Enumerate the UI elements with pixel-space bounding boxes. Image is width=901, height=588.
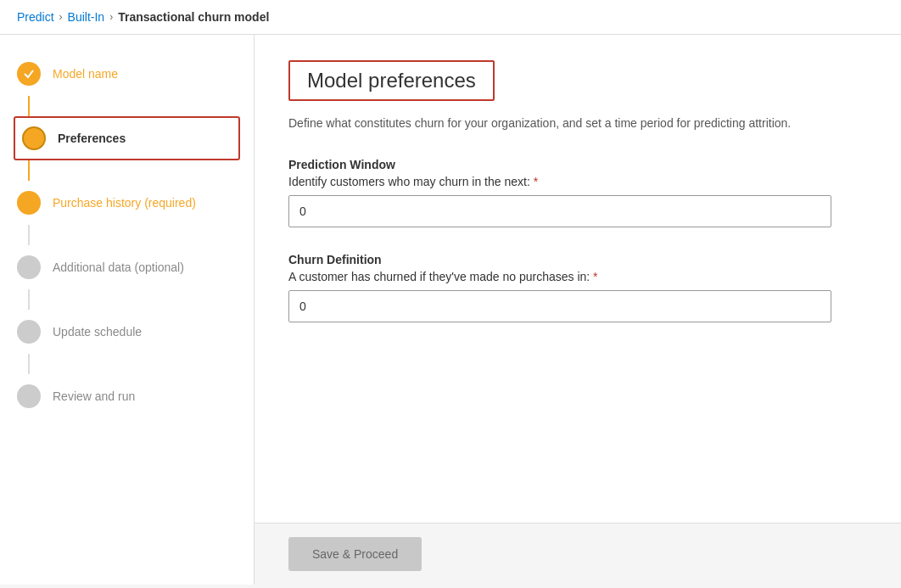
sidebar-label-review-run: Review and run: [53, 389, 135, 403]
churn-definition-label: A customer has churned if they've made n…: [288, 270, 867, 283]
step-indicator-purchase-history: [17, 191, 41, 215]
page-title: Model preferences: [307, 69, 476, 92]
breadcrumb-builtin[interactable]: Built-In: [68, 10, 105, 24]
step-indicator-model-name: [17, 62, 41, 86]
connector-4: [28, 289, 30, 310]
sidebar-label-purchase-history: Purchase history (required): [53, 196, 196, 210]
connector-3: [28, 225, 30, 245]
sidebar-item-update-schedule[interactable]: Update schedule: [0, 310, 254, 354]
step-indicator-preferences: [22, 126, 46, 150]
connector-1: [28, 96, 30, 116]
step-indicator-update-schedule: [17, 320, 41, 344]
bottom-bar: Save & Proceed: [255, 523, 901, 585]
sidebar-label-preferences: Preferences: [58, 132, 126, 145]
sidebar-item-model-name[interactable]: Model name: [0, 52, 254, 96]
breadcrumb-sep-1: ›: [59, 11, 63, 23]
connector-2: [28, 160, 30, 181]
connector-5: [28, 354, 30, 374]
prediction-window-title: Prediction Window: [288, 158, 867, 171]
breadcrumb-predict[interactable]: Predict: [17, 10, 54, 24]
step-indicator-review-run: [17, 384, 41, 408]
section-description: Define what constitutes churn for your o…: [288, 115, 867, 132]
content-inner: Model preferences Define what constitute…: [255, 35, 901, 523]
sidebar-item-preferences[interactable]: Preferences: [14, 116, 240, 160]
sidebar-label-additional-data: Additional data (optional): [53, 260, 184, 274]
prediction-window-required: *: [534, 175, 538, 188]
sidebar-label-update-schedule: Update schedule: [53, 325, 142, 339]
churn-definition-title: Churn Definition: [288, 253, 867, 266]
save-proceed-button[interactable]: Save & Proceed: [288, 537, 422, 571]
sidebar-item-additional-data[interactable]: Additional data (optional): [0, 245, 254, 289]
breadcrumb-current: Transactional churn model: [118, 10, 269, 24]
breadcrumb-sep-2: ›: [109, 11, 113, 23]
sidebar-label-model-name: Model name: [53, 67, 118, 81]
prediction-window-input[interactable]: [288, 195, 831, 227]
churn-definition-group: Churn Definition A customer has churned …: [288, 253, 867, 322]
sidebar-item-purchase-history[interactable]: Purchase history (required): [0, 181, 254, 225]
main-container: Model name Preferences Purchase history …: [0, 35, 901, 585]
breadcrumb-bar: Predict › Built-In › Transactional churn…: [0, 0, 901, 35]
content-area: Model preferences Define what constitute…: [255, 35, 901, 585]
sidebar-item-review-run[interactable]: Review and run: [0, 374, 254, 418]
churn-definition-input[interactable]: [288, 290, 831, 322]
step-indicator-additional-data: [17, 255, 41, 279]
churn-definition-required: *: [593, 270, 597, 283]
prediction-window-label: Identify customers who may churn in the …: [288, 175, 867, 188]
prediction-window-group: Prediction Window Identify customers who…: [288, 158, 867, 227]
section-title-box: Model preferences: [288, 60, 495, 101]
sidebar: Model name Preferences Purchase history …: [0, 35, 255, 585]
